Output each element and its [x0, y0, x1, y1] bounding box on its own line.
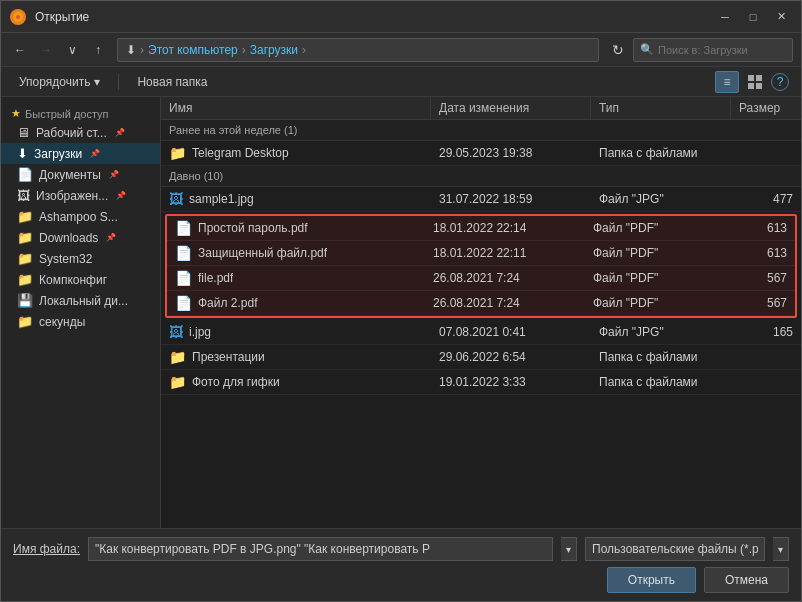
folder-icon-gif-photos: 📁	[169, 374, 186, 390]
pdf-selection-group: 📄 Простой пароль.pdf 18.01.2022 22:14 Фа…	[165, 214, 797, 318]
column-date[interactable]: Дата изменения	[431, 97, 591, 119]
sidebar-item-ashampoo[interactable]: 📁 Ashampoo S...	[1, 206, 160, 227]
filename-input[interactable]	[88, 537, 553, 561]
jpg-icon-i: 🖼	[169, 324, 183, 340]
main-window: Открытие ─ □ ✕ ← → ∨ ↑ ⬇ › Этот компьюте…	[0, 0, 802, 602]
filename-label: Имя файла:	[13, 542, 80, 556]
file-row-simple-pdf[interactable]: 📄 Простой пароль.pdf 18.01.2022 22:14 Фа…	[167, 216, 795, 241]
maximize-button[interactable]: □	[741, 7, 765, 27]
filetype-dropdown-button[interactable]: ▾	[773, 537, 789, 561]
organize-label: Упорядочить	[19, 75, 90, 89]
file-row-file-pdf[interactable]: 📄 file.pdf 26.08.2021 7:24 Файл "PDF" 56…	[167, 266, 795, 291]
file-cell-type-simple-pdf: Файл "PDF"	[585, 216, 725, 240]
file-cell-date-telegram: 29.05.2023 19:38	[431, 141, 591, 165]
file-cell-size-simple-pdf: 613	[725, 216, 795, 240]
svg-point-2	[16, 15, 20, 19]
file-row-file2-pdf[interactable]: 📄 Файл 2.pdf 26.08.2021 7:24 Файл "PDF" …	[167, 291, 795, 316]
up-button[interactable]: ↑	[87, 39, 109, 61]
sidebar-item-documents[interactable]: 📄 Документы 📌	[1, 164, 160, 185]
file-cell-size-file2-pdf: 567	[725, 291, 795, 315]
help-button[interactable]: ?	[771, 73, 789, 91]
sidebar: ★ Быстрый доступ 🖥 Рабочий ст... 📌 ⬇ Заг…	[1, 97, 161, 528]
jpg-icon-sample1: 🖼	[169, 191, 183, 207]
file-row-gif-photos[interactable]: 📁 Фото для гифки 19.01.2022 3:33 Папка с…	[161, 370, 801, 395]
quick-access-label: ★ Быстрый доступ	[1, 101, 160, 122]
app-icon	[9, 8, 27, 26]
pdf-icon-protected: 📄	[175, 245, 192, 261]
cancel-button[interactable]: Отмена	[704, 567, 789, 593]
search-input[interactable]	[658, 44, 786, 56]
breadcrumb-downloads[interactable]: Загрузки	[250, 43, 298, 57]
main-content: ★ Быстрый доступ 🖥 Рабочий ст... 📌 ⬇ Заг…	[1, 97, 801, 528]
refresh-button[interactable]: ↻	[607, 39, 629, 61]
breadcrumb-computer[interactable]: Этот компьютер	[148, 43, 238, 57]
desktop-icon: 🖥	[17, 125, 30, 140]
svg-rect-6	[756, 83, 762, 89]
file-cell-date-sample1: 31.07.2022 18:59	[431, 187, 591, 211]
breadcrumb-icon: ⬇	[126, 43, 136, 57]
file-cell-size-protected-pdf: 613	[725, 241, 795, 265]
file-list-header: Имя Дата изменения Тип Размер	[161, 97, 801, 120]
file-cell-date-file-pdf: 26.08.2021 7:24	[425, 266, 585, 290]
pin-icon-images: 📌	[116, 191, 126, 200]
file-row-sample1[interactable]: 🖼 sample1.jpg 31.07.2022 18:59 Файл "JPG…	[161, 187, 801, 212]
sidebar-item-downloads[interactable]: ⬇ Загрузки 📌	[1, 143, 160, 164]
details-icon	[748, 75, 762, 89]
file-cell-name-presentations: 📁 Презентации	[161, 345, 431, 369]
close-button[interactable]: ✕	[769, 7, 793, 27]
dropdown-button[interactable]: ∨	[61, 39, 83, 61]
file-cell-date-file2-pdf: 26.08.2021 7:24	[425, 291, 585, 315]
file-row-presentations[interactable]: 📁 Презентации 29.06.2022 6:54 Папка с фа…	[161, 345, 801, 370]
group-recent-week: Ранее на этой неделе (1)	[161, 120, 801, 141]
sidebar-item-seconds[interactable]: 📁 секунды	[1, 311, 160, 332]
search-icon: 🔍	[640, 43, 654, 56]
localdisk-icon: 💾	[17, 293, 33, 308]
file-row-i-jpg[interactable]: 🖼 i.jpg 07.08.2021 0:41 Файл "JPG" 165	[161, 320, 801, 345]
filetype-input[interactable]	[585, 537, 765, 561]
sidebar-item-downloads2[interactable]: 📁 Downloads 📌	[1, 227, 160, 248]
group-recent-week-label: Ранее на этой неделе (1)	[169, 124, 297, 136]
file-cell-name-file-pdf: 📄 file.pdf	[167, 266, 425, 290]
filename-dropdown-button[interactable]: ▾	[561, 537, 577, 561]
back-button[interactable]: ←	[9, 39, 31, 61]
file-cell-size-presentations	[731, 345, 801, 369]
column-size[interactable]: Размер	[731, 97, 801, 119]
star-icon: ★	[11, 107, 21, 120]
view-details-button[interactable]	[743, 71, 767, 93]
ashampoo-icon: 📁	[17, 209, 33, 224]
file-cell-size-telegram	[731, 141, 801, 165]
sidebar-item-desktop[interactable]: 🖥 Рабочий ст... 📌	[1, 122, 160, 143]
sidebar-item-localdisk[interactable]: 💾 Локальный ди...	[1, 290, 160, 311]
forward-button[interactable]: →	[35, 39, 57, 61]
column-type[interactable]: Тип	[591, 97, 731, 119]
toolbar: Упорядочить ▾ Новая папка ≡ ?	[1, 67, 801, 97]
file-row-telegram[interactable]: 📁 Telegram Desktop 29.05.2023 19:38 Папк…	[161, 141, 801, 166]
pdf-icon-simple: 📄	[175, 220, 192, 236]
file-cell-type-telegram: Папка с файлами	[591, 141, 731, 165]
breadcrumb-sep3: ›	[302, 43, 306, 57]
group-long-ago: Давно (10)	[161, 166, 801, 187]
images-icon: 🖼	[17, 188, 30, 203]
file-cell-date-presentations: 29.06.2022 6:54	[431, 345, 591, 369]
group-long-ago-label: Давно (10)	[169, 170, 223, 182]
file-cell-type-protected-pdf: Файл "PDF"	[585, 241, 725, 265]
file-cell-type-file-pdf: Файл "PDF"	[585, 266, 725, 290]
file-row-protected-pdf[interactable]: 📄 Защищенный файл.pdf 18.01.2022 22:11 Ф…	[167, 241, 795, 266]
filename-row: Имя файла: ▾ ▾	[13, 537, 789, 561]
sidebar-item-images[interactable]: 🖼 Изображен... 📌	[1, 185, 160, 206]
sidebar-item-system32[interactable]: 📁 System32	[1, 248, 160, 269]
file-cell-name-sample1: 🖼 sample1.jpg	[161, 187, 431, 211]
file-cell-date-simple-pdf: 18.01.2022 22:14	[425, 216, 585, 240]
view-list-button[interactable]: ≡	[715, 71, 739, 93]
file-cell-size-sample1: 477	[731, 187, 801, 211]
column-name[interactable]: Имя	[161, 97, 431, 119]
sidebar-item-kompconfig[interactable]: 📁 Компконфиг	[1, 269, 160, 290]
search-box[interactable]: 🔍	[633, 38, 793, 62]
breadcrumb[interactable]: ⬇ › Этот компьютер › Загрузки ›	[117, 38, 599, 62]
open-button[interactable]: Открыть	[607, 567, 696, 593]
system32-icon: 📁	[17, 251, 33, 266]
minimize-button[interactable]: ─	[713, 7, 737, 27]
organize-button[interactable]: Упорядочить ▾	[13, 73, 106, 91]
new-folder-button[interactable]: Новая папка	[131, 73, 213, 91]
svg-rect-5	[748, 83, 754, 89]
